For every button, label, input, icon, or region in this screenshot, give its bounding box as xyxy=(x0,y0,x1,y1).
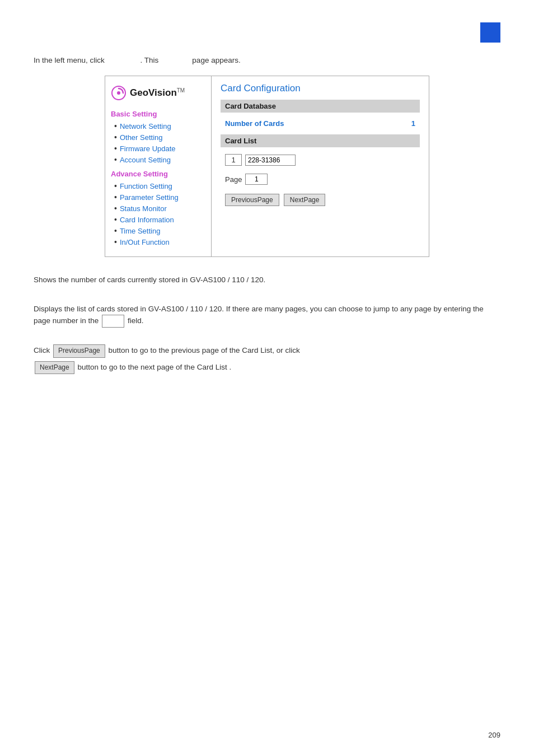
card-id: 1 xyxy=(225,154,242,166)
next-page-button[interactable]: NextPage xyxy=(284,194,326,206)
sidebar-item-function-setting[interactable]: Function Setting xyxy=(111,180,205,192)
page-input[interactable] xyxy=(245,174,268,185)
sidebar-item-account-setting[interactable]: Account Setting xyxy=(111,154,205,165)
pagination-buttons: PreviousPage NextPage xyxy=(221,192,420,208)
page-number: 209 xyxy=(488,731,500,739)
number-of-cards-row: Number of Cards 1 xyxy=(221,117,420,130)
geovision-logo-icon xyxy=(111,85,127,101)
next-button-reference: NextPage xyxy=(35,361,74,374)
card-list-description: Displays the list of cards stored in GV-… xyxy=(34,303,500,328)
sidebar-item-parameter-setting[interactable]: Parameter Setting xyxy=(111,192,205,203)
advance-setting-label: Advance Setting xyxy=(111,170,205,178)
page-label: Page xyxy=(225,175,242,184)
sidebar-item-network-setting[interactable]: Network Setting xyxy=(111,120,205,132)
ui-screenshot-box: GeoVisionTM Basic Setting Network Settin… xyxy=(105,76,429,257)
sidebar-item-time-setting[interactable]: Time Setting xyxy=(111,225,205,236)
sidebar-item-card-information[interactable]: Card Information xyxy=(111,214,205,225)
blue-square-decoration xyxy=(480,22,500,43)
prev-button-reference: PreviousPage xyxy=(53,344,105,357)
number-of-cards-value: 1 xyxy=(411,119,415,128)
number-of-cards-description: Shows the number of cards currently stor… xyxy=(34,274,500,286)
logo-text: GeoVisionTM xyxy=(130,87,185,99)
sidebar-item-firmware-update[interactable]: Firmware Update xyxy=(111,143,205,154)
page-field-reference xyxy=(102,315,124,328)
navigation-description: Click PreviousPage button to go to the p… xyxy=(34,344,500,374)
content-panel: Card Configuration Card Database Number … xyxy=(212,76,429,256)
page-row: Page xyxy=(221,171,420,187)
previous-page-button[interactable]: PreviousPage xyxy=(225,194,279,206)
card-config-title: Card Configuration xyxy=(221,83,420,94)
card-number-input[interactable] xyxy=(245,155,296,166)
card-list-header: Card List xyxy=(221,134,420,147)
sidebar-item-other-setting[interactable]: Other Setting xyxy=(111,132,205,143)
logo-area: GeoVisionTM xyxy=(111,85,205,101)
intro-text: In the left menu, click . This page appe… xyxy=(34,56,500,64)
sidebar: GeoVisionTM Basic Setting Network Settin… xyxy=(105,76,212,256)
number-of-cards-label: Number of Cards xyxy=(225,119,284,128)
sidebar-item-status-monitor[interactable]: Status Monitor xyxy=(111,203,205,214)
card-list-entry: 1 xyxy=(221,152,420,168)
basic-setting-label: Basic Setting xyxy=(111,110,205,118)
sidebar-item-inout-function[interactable]: In/Out Function xyxy=(111,236,205,248)
svg-point-1 xyxy=(117,91,120,95)
card-database-header: Card Database xyxy=(221,100,420,113)
